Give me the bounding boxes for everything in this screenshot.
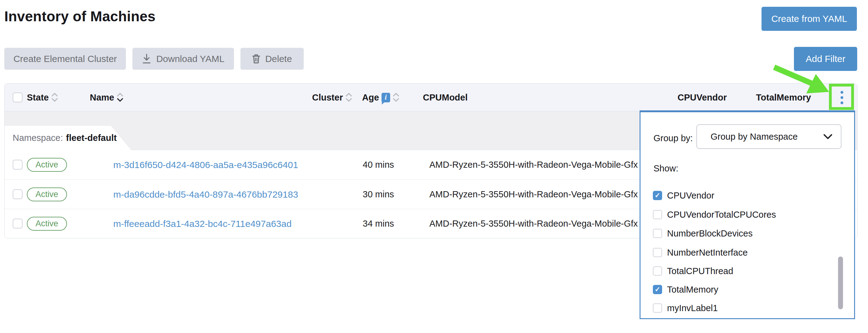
inventory-of-machines-page: Inventory of Machines Create from YAML C… [0, 0, 868, 333]
select-all-checkbox[interactable] [13, 93, 23, 102]
group-by-label: Group by: [653, 133, 693, 143]
download-yaml-label: Download YAML [156, 54, 224, 64]
machine-name-link[interactable]: m-ffeeeadd-f3a1-4a32-bc4c-711e497a63ad [113, 209, 292, 238]
show-label: Show: [653, 163, 679, 174]
namespace-label: Namespace: [13, 133, 63, 143]
option-label: myInvLabel1 [667, 303, 718, 313]
machine-name-link[interactable]: m-3d16f650-d424-4806-aa5a-e435a96c6401 [113, 150, 298, 179]
column-header-name[interactable]: Name [90, 84, 123, 111]
show-option-row[interactable]: ✓ TotalMemory [653, 284, 718, 296]
option-checkbox[interactable] [653, 248, 662, 257]
delete-button[interactable]: Delete [241, 48, 304, 70]
sort-icon [345, 92, 352, 103]
download-icon [142, 54, 151, 64]
namespace-group-tab: Namespace: fleet-default [5, 126, 134, 150]
option-checkbox[interactable] [653, 303, 662, 313]
option-checkbox[interactable] [653, 266, 662, 276]
row-checkbox[interactable] [13, 189, 23, 199]
cpu-model-cell: AMD-Ryzen-5-3550H-with-Radeon-Vega-Mobil… [429, 209, 638, 238]
group-by-select[interactable]: Group by Namespace [696, 124, 841, 149]
option-checkbox[interactable]: ✓ [653, 285, 662, 294]
column-header-cpumodel[interactable]: CPUModel [423, 84, 468, 111]
option-label: NumberBlockDevices [667, 229, 752, 239]
namespace-value: fleet-default [66, 133, 117, 143]
show-option-row[interactable]: ✓ CPUVendor [653, 189, 714, 202]
group-by-selected-value: Group by Namespace [711, 132, 798, 142]
page-title: Inventory of Machines [4, 8, 156, 25]
trash-icon [252, 54, 260, 64]
sort-icon [51, 92, 58, 103]
column-header-age[interactable]: Age i [362, 84, 399, 111]
status-badge: Active [27, 158, 67, 172]
show-option-row[interactable]: TotalCPUThread [653, 265, 733, 277]
table-options-menu-button[interactable] [834, 90, 850, 105]
age-cell: 34 mins [363, 209, 394, 238]
option-label: CPUVendor [667, 191, 714, 201]
ellipsis-icon [840, 91, 843, 94]
download-yaml-button[interactable]: Download YAML [132, 48, 234, 70]
age-info-icon[interactable]: i [381, 93, 390, 102]
add-filter-button[interactable]: Add Filter [794, 47, 857, 71]
column-header-cpuvendor[interactable]: CPUVendor [678, 84, 727, 111]
column-header-state[interactable]: State [27, 84, 58, 111]
cpu-model-cell: AMD-Ryzen-5-3550H-with-Radeon-Vega-Mobil… [429, 150, 638, 179]
column-header-cluster[interactable]: Cluster [312, 84, 352, 111]
status-badge: Active [27, 188, 67, 201]
panel-scrollbar-thumb[interactable] [838, 257, 843, 309]
cpu-model-cell: AMD-Ryzen-5-3550H-with-Radeon-Vega-Mobil… [429, 180, 638, 209]
create-from-yaml-button[interactable]: Create from YAML [762, 7, 857, 31]
row-checkbox[interactable] [13, 219, 23, 229]
show-option-row[interactable]: NumberNetInterface [653, 246, 748, 259]
option-label: CPUVendorTotalCPUCores [667, 210, 776, 220]
delete-label: Delete [265, 54, 292, 64]
option-label: NumberNetInterface [667, 247, 748, 258]
age-cell: 30 mins [363, 180, 394, 209]
chevron-down-icon [823, 134, 833, 140]
create-elemental-cluster-button[interactable]: Create Elemental Cluster [4, 48, 126, 70]
option-label: TotalMemory [667, 285, 718, 295]
machine-name-link[interactable]: m-da96cdde-bfd5-4a40-897a-4676bb729183 [113, 180, 298, 209]
option-label: TotalCPUThread [667, 266, 733, 276]
table-header-row: State Name Cluster Age i [5, 84, 857, 111]
status-badge: Active [27, 217, 67, 231]
show-option-row[interactable]: CPUVendorTotalCPUCores [653, 208, 776, 221]
column-options-panel: Group by: Group by Namespace Show: ✓ CPU… [640, 110, 855, 319]
option-checkbox[interactable] [653, 210, 662, 219]
show-option-row[interactable]: myInvLabel1 [653, 302, 718, 314]
column-header-totalmemory[interactable]: TotalMemory [756, 84, 811, 111]
sort-icon [393, 92, 399, 103]
row-checkbox[interactable] [13, 160, 23, 170]
show-option-row[interactable]: NumberBlockDevices [653, 227, 752, 240]
option-checkbox[interactable] [653, 229, 662, 238]
sort-desc-icon [117, 92, 123, 103]
age-cell: 40 mins [363, 150, 394, 179]
option-checkbox[interactable]: ✓ [653, 191, 662, 200]
